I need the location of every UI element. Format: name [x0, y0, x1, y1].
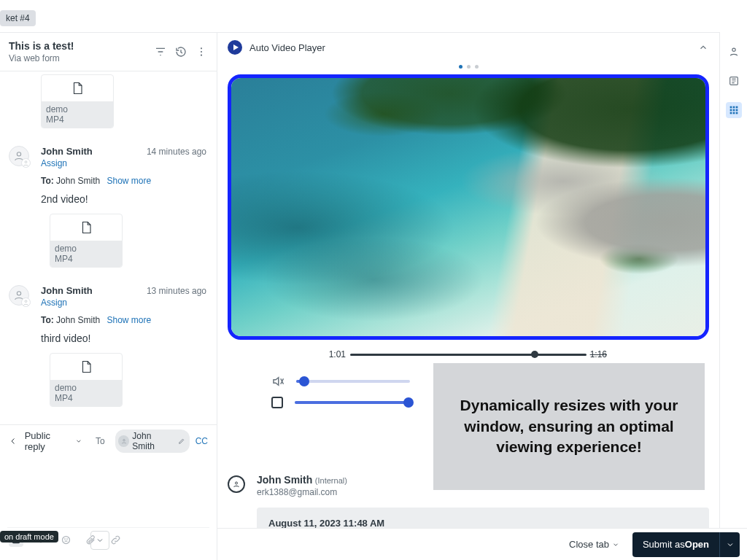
- carousel-dots: [228, 62, 709, 74]
- chevron-left-icon[interactable]: [7, 435, 19, 447]
- attachment-name: demo: [46, 104, 109, 114]
- svg-rect-22: [732, 112, 735, 114]
- mute-icon[interactable]: [271, 375, 285, 388]
- assign-link[interactable]: Assign: [41, 158, 67, 168]
- assign-link[interactable]: Assign: [41, 298, 67, 308]
- svg-point-0: [201, 47, 202, 49]
- playback-track[interactable]: [350, 354, 587, 356]
- slider-handle[interactable]: [299, 376, 309, 386]
- avatar-badge-icon: [21, 158, 31, 168]
- note-date: August 11, 2023 11:48 AM: [268, 518, 697, 529]
- submit-status: Open: [685, 539, 709, 550]
- user-icon[interactable]: [726, 44, 742, 60]
- svg-rect-16: [732, 106, 735, 109]
- conversation-thread[interactable]: demo MP4 John Smith 14 minutes ago Assig…: [0, 71, 217, 424]
- svg-rect-19: [732, 109, 735, 112]
- playback-handle[interactable]: [531, 351, 538, 358]
- to-label: To:: [41, 315, 54, 325]
- carousel-dot[interactable]: [475, 65, 479, 69]
- feature-callout: Dynamically resizes with your window, en…: [433, 363, 705, 490]
- svg-point-11: [66, 538, 67, 539]
- reply-mode-selector[interactable]: Public reply: [25, 430, 82, 452]
- avatar-badge-icon: [21, 298, 31, 307]
- collapse-app-icon[interactable]: [697, 42, 709, 53]
- app-header: Auto Video Player: [217, 33, 719, 62]
- cc-button[interactable]: CC: [196, 436, 209, 446]
- file-icon: [50, 214, 122, 241]
- file-icon: [42, 75, 113, 101]
- svg-point-4: [25, 160, 27, 163]
- recipient-chip[interactable]: John Smith: [115, 429, 190, 453]
- compose-options-button[interactable]: [90, 531, 109, 550]
- ticket-subject: This is a test!: [9, 40, 147, 52]
- svg-rect-15: [729, 106, 732, 109]
- show-more-link[interactable]: Show more: [107, 315, 151, 325]
- svg-rect-18: [729, 109, 732, 112]
- note-author: John Smith: [257, 474, 312, 486]
- message-text: 2nd video!: [41, 193, 206, 205]
- svg-rect-23: [735, 112, 738, 114]
- message-author: John Smith: [41, 146, 147, 157]
- video-player[interactable]: [228, 74, 709, 340]
- submit-menu-button[interactable]: [719, 532, 740, 557]
- history-icon[interactable]: [174, 45, 187, 58]
- autoplay-checkbox[interactable]: [271, 397, 283, 408]
- attachment-card[interactable]: demo MP4: [41, 74, 114, 128]
- more-icon[interactable]: [195, 45, 208, 58]
- note-tag: (Internal): [315, 476, 347, 485]
- svg-point-3: [17, 152, 20, 156]
- svg-rect-17: [735, 106, 738, 109]
- submit-prefix: Submit as: [643, 539, 685, 550]
- carousel-dot[interactable]: [459, 65, 462, 69]
- app-panel: Auto Video Player 1:01 1:16: [217, 32, 719, 532]
- avatar-icon: [118, 435, 130, 447]
- avatar-outline-icon: [228, 475, 245, 493]
- reply-mode-label: Public reply: [25, 430, 73, 452]
- attachment-card[interactable]: demo MP4: [50, 214, 123, 268]
- recipient-name: John Smith: [132, 431, 175, 451]
- pencil-icon[interactable]: [178, 438, 185, 445]
- slider-handle[interactable]: [403, 397, 414, 408]
- svg-point-2: [201, 55, 202, 56]
- knowledge-icon[interactable]: [726, 73, 742, 89]
- message-time: 14 minutes ago: [147, 147, 206, 157]
- apps-icon[interactable]: [726, 102, 742, 118]
- svg-point-6: [25, 300, 27, 302]
- emoji-icon[interactable]: [58, 532, 73, 547]
- conversation-pane: This is a test! Via web form demo MP4: [0, 32, 217, 560]
- attachment-type: MP4: [55, 254, 117, 264]
- filter-icon[interactable]: [154, 45, 167, 58]
- to-label: To:: [41, 176, 54, 186]
- app-body[interactable]: 1:01 1:16: [217, 62, 719, 532]
- right-rail: [719, 32, 747, 560]
- player-controls: Dynamically resizes with your window, en…: [228, 370, 709, 458]
- attachment-type: MP4: [46, 114, 109, 125]
- to-recipient: John Smith: [56, 176, 100, 186]
- attachment-type: MP4: [55, 393, 117, 403]
- submit-button[interactable]: Submit as Open: [632, 532, 719, 557]
- message-author: John Smith: [41, 285, 147, 296]
- carousel-dot[interactable]: [467, 65, 471, 69]
- show-more-link[interactable]: Show more: [107, 176, 151, 186]
- svg-point-10: [64, 538, 65, 539]
- size-slider[interactable]: [295, 401, 409, 404]
- playback-bar[interactable]: 1:01 1:16: [228, 346, 709, 363]
- volume-slider[interactable]: [296, 380, 410, 383]
- workspace-tab[interactable]: ket #4: [0, 10, 36, 26]
- callout-text: Dynamically resizes with your window, en…: [449, 395, 689, 457]
- workspace-tab-label: ket #4: [6, 13, 30, 23]
- app-logo-play-icon: [228, 40, 242, 55]
- svg-point-13: [732, 48, 735, 51]
- conversation-header: This is a test! Via web form: [0, 32, 217, 71]
- message-item: John Smith 14 minutes ago Assign To: Joh…: [0, 137, 217, 268]
- avatar: [9, 146, 29, 166]
- close-tab-button[interactable]: Close tab: [569, 539, 619, 550]
- ticket-footer: Close tab Submit as Open: [217, 528, 747, 560]
- attachment-card[interactable]: demo MP4: [50, 353, 123, 407]
- svg-rect-20: [735, 109, 738, 112]
- compose-text-area[interactable]: [7, 453, 209, 527]
- svg-point-9: [62, 536, 69, 543]
- to-recipient: John Smith: [56, 315, 100, 325]
- svg-point-1: [201, 51, 202, 52]
- chevron-down-icon: [612, 541, 619, 548]
